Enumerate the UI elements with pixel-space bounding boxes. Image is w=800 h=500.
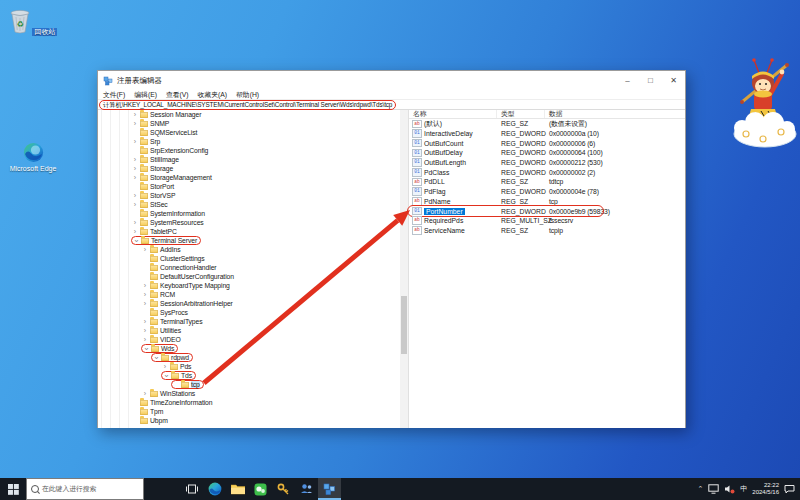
expander-icon[interactable]: ›	[131, 138, 139, 146]
expander-icon[interactable]: ›	[162, 372, 170, 380]
tree-item-tabletpc[interactable]: ›TabletPC	[98, 227, 408, 236]
column-type[interactable]: 类型	[497, 110, 545, 118]
expander-icon[interactable]: ›	[131, 174, 139, 182]
value-row-[interactable]: ab(默认)REG_SZ(数值未设置)	[409, 119, 685, 129]
expander-icon[interactable]: ›	[141, 327, 149, 335]
tree-item-keyboardtype-mapping[interactable]: ›KeyboardType Mapping	[98, 281, 408, 290]
value-row-OutBufDelay[interactable]: 01OutBufDelayREG_DWORD0x00000064 (100)	[409, 148, 685, 158]
tree-item-ubpm[interactable]: ›Ubpm	[98, 416, 408, 425]
desktop-icon-recycle-bin[interactable]: ♻ 回收站	[6, 8, 60, 36]
tree-item-srpextensionconfig[interactable]: ›SrpExtensionConfig	[98, 146, 408, 155]
expander-icon[interactable]: ›	[142, 345, 150, 353]
menu-A[interactable]: 收藏夹(A)	[198, 90, 227, 100]
tree-item-sysprocs[interactable]: ›SysProcs	[98, 308, 408, 317]
tree-item-stillimage[interactable]: ›StillImage	[98, 155, 408, 164]
tree-item-clustersettings[interactable]: ›ClusterSettings	[98, 254, 408, 263]
minimize-button[interactable]: –	[616, 71, 639, 90]
expander-icon[interactable]: ›	[141, 300, 149, 308]
tray-display-icon[interactable]	[708, 484, 719, 494]
tree-item-snmp[interactable]: ›SNMP	[98, 119, 408, 128]
tree-item-defaultuserconfiguration[interactable]: ›DefaultUserConfiguration	[98, 272, 408, 281]
tree-item-rcm[interactable]: ›RCM	[98, 290, 408, 299]
taskbar-edge-button[interactable]	[203, 478, 226, 500]
tree-item-connectionhandler[interactable]: ›ConnectionHandler	[98, 263, 408, 272]
value-row-OutBufLength[interactable]: 01OutBufLengthREG_DWORD0x00000212 (530)	[409, 158, 685, 168]
tree-item-session-manager[interactable]: ›Session Manager	[98, 110, 408, 119]
tree-scrollbar-thumb[interactable]	[401, 296, 407, 354]
tree-item-terminaltypes[interactable]: ›TerminalTypes	[98, 317, 408, 326]
value-row-PdName[interactable]: abPdNameREG_SZtcp	[409, 197, 685, 207]
menu-E[interactable]: 编辑(E)	[134, 90, 157, 100]
tree-item-storage[interactable]: ›Storage	[98, 164, 408, 173]
tree-item-storport[interactable]: ›StorPort	[98, 182, 408, 191]
tree-item-storagemanagement[interactable]: ›StorageManagement	[98, 173, 408, 182]
expander-icon[interactable]: ›	[141, 282, 149, 290]
tree-item-terminal-server[interactable]: ›Terminal Server	[98, 236, 408, 245]
taskbar-explorer-button[interactable]	[226, 478, 249, 500]
tree-item-wds[interactable]: ›Wds	[98, 344, 408, 353]
taskbar-regedit-button[interactable]	[318, 478, 341, 500]
expander-icon[interactable]: ›	[141, 390, 149, 398]
taskbar-search-input[interactable]: 在此键入进行搜索	[26, 478, 144, 500]
taskbar-key-app-button[interactable]	[272, 478, 295, 500]
column-name[interactable]: 名称	[409, 110, 497, 118]
expander-icon[interactable]: ›	[141, 291, 149, 299]
expander-icon[interactable]: ›	[161, 363, 169, 371]
expander-icon[interactable]: ›	[141, 246, 149, 254]
expander-icon[interactable]: ›	[152, 354, 160, 362]
expander-icon[interactable]: ›	[141, 318, 149, 326]
value-row-ServiceName[interactable]: abServiceNameREG_SZtcpip	[409, 226, 685, 236]
menu-H[interactable]: 帮助(H)	[236, 90, 259, 100]
expander-icon[interactable]: ›	[131, 192, 139, 200]
tree-item-sessionarbitrationhelper[interactable]: ›SessionArbitrationHelper	[98, 299, 408, 308]
desktop-icon-edge[interactable]: Microsoft Edge	[6, 142, 60, 173]
tree-item-systeminformation[interactable]: ›SystemInformation	[98, 209, 408, 218]
tree-scrollbar[interactable]	[400, 110, 408, 428]
tree-item-video[interactable]: ›VIDEO	[98, 335, 408, 344]
value-row-InteractiveDelay[interactable]: 01InteractiveDelayREG_DWORD0x0000000a (1…	[409, 129, 685, 139]
expander-icon[interactable]: ›	[131, 120, 139, 128]
value-row-PdClass[interactable]: 01PdClassREG_DWORD0x00000002 (2)	[409, 167, 685, 177]
value-row-RequiredPds[interactable]: abRequiredPdsREG_MULTI_SZtssecsrv	[409, 216, 685, 226]
value-row-PdDLL[interactable]: abPdDLLREG_SZtdtcp	[409, 177, 685, 187]
tray-clock[interactable]: 22:22 2024/5/16	[752, 482, 779, 496]
maximize-button[interactable]: □	[639, 71, 662, 90]
close-button[interactable]: ✕	[662, 71, 685, 90]
tree-item-utilities[interactable]: ›Utilities	[98, 326, 408, 335]
column-data[interactable]: 数据	[545, 110, 685, 118]
value-row-PdFlag[interactable]: 01PdFlagREG_DWORD0x0000004e (78)	[409, 187, 685, 197]
menu-V[interactable]: 查看(V)	[166, 90, 189, 100]
expander-icon[interactable]: ›	[141, 336, 149, 344]
tray-ime-indicator[interactable]: 中	[740, 484, 747, 494]
taskbar-contacts-app-button[interactable]	[295, 478, 318, 500]
value-row-PortNumber[interactable]: 01PortNumberREG_DWORD0x0000e9b9 (59833)	[409, 206, 685, 216]
menu-F[interactable]: 文件(F)	[103, 90, 125, 100]
tree-item-rdpwd[interactable]: ›rdpwd	[98, 353, 408, 362]
expander-icon[interactable]: ›	[131, 156, 139, 164]
expander-icon[interactable]: ›	[131, 201, 139, 209]
title-bar[interactable]: 注册表编辑器 – □ ✕	[98, 71, 685, 90]
expander-icon[interactable]: ›	[131, 165, 139, 173]
tree-item-stsec[interactable]: ›StSec	[98, 200, 408, 209]
tree-item-storvsp[interactable]: ›StorVSP	[98, 191, 408, 200]
tray-show-hidden-icons[interactable]: ⌃	[697, 485, 703, 493]
expander-icon[interactable]: ›	[132, 237, 140, 245]
tree-item-tcp[interactable]: ›tcp	[98, 380, 408, 389]
start-button[interactable]	[0, 478, 26, 500]
address-bar[interactable]: 计算机\HKEY_LOCAL_MACHINE\SYSTEM\CurrentCon…	[98, 99, 685, 110]
tree-item-tds[interactable]: ›Tds	[98, 371, 408, 380]
expander-icon[interactable]: ›	[131, 228, 139, 236]
task-view-button[interactable]	[180, 478, 203, 500]
tree-item-winstations[interactable]: ›WinStations	[98, 389, 408, 398]
tree-item-tpm[interactable]: ›Tpm	[98, 407, 408, 416]
tree-item-systemresources[interactable]: ›SystemResources	[98, 218, 408, 227]
tree-item-sqmservicelist[interactable]: ›SQMServiceList	[98, 128, 408, 137]
expander-icon[interactable]: ›	[131, 219, 139, 227]
tree-item-pds[interactable]: ›Pds	[98, 362, 408, 371]
action-center-icon[interactable]	[784, 484, 795, 494]
tree-item-addins[interactable]: ›AddIns	[98, 245, 408, 254]
value-row-OutBufCount[interactable]: 01OutBufCountREG_DWORD0x00000006 (6)	[409, 138, 685, 148]
expander-icon[interactable]: ›	[131, 111, 139, 119]
tree-item-srp[interactable]: ›Srp	[98, 137, 408, 146]
tree-item-timezoneinformation[interactable]: ›TimeZoneInformation	[98, 398, 408, 407]
